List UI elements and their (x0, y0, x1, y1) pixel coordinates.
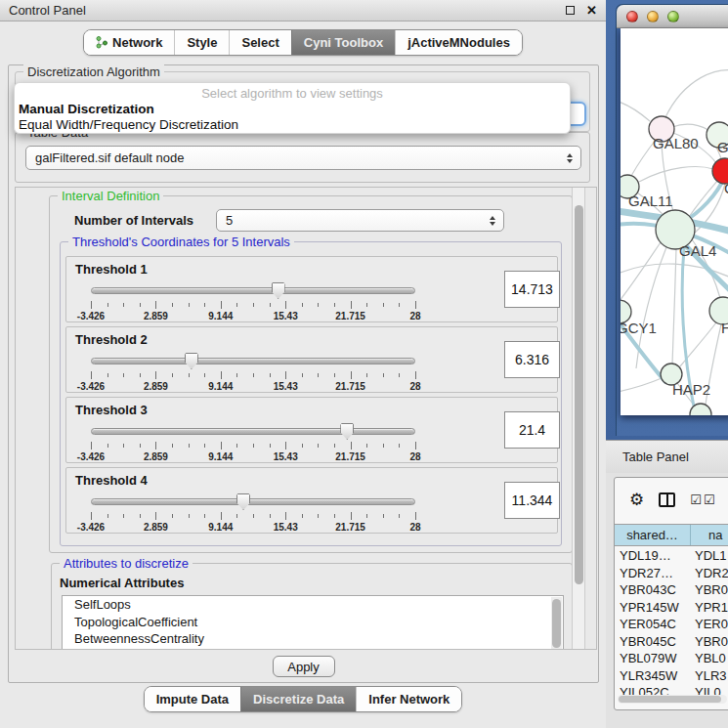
table-row[interactable]: YER054CYER0 (615, 616, 728, 633)
slider-thumb[interactable] (340, 423, 354, 440)
table-data-selected-value: galFiltered.sif default node (35, 150, 562, 165)
float-window-icon[interactable] (566, 6, 575, 15)
scrollbar-thumb[interactable] (552, 599, 561, 648)
attribute-item-selfloops[interactable]: SelfLoops (63, 596, 563, 614)
tick-mark (318, 444, 319, 448)
table-panel-titlebar[interactable]: Table Panel (606, 441, 728, 473)
control-panel-titlebar[interactable]: Control Panel ✕ (0, 0, 606, 21)
tick-label: 28 (409, 451, 420, 462)
checkbox-icon[interactable]: ☑ (704, 493, 715, 506)
number-of-intervals-label: Number of Intervals (74, 213, 193, 228)
close-traffic-light-icon[interactable] (626, 11, 638, 22)
threshold-value-field[interactable]: 11.344 (504, 482, 560, 519)
tick-mark (140, 303, 141, 307)
table-row[interactable]: YBR043CYBR0 (615, 581, 728, 599)
threshold-slider[interactable]: -3.4262.8599.14415.4321.71528 (91, 421, 415, 462)
bottom-tab-impute-data[interactable]: Impute Data (145, 687, 240, 711)
threshold-slider[interactable]: -3.4262.8599.14415.4321.71528 (91, 280, 415, 321)
scrollbar-thumb[interactable] (619, 696, 721, 703)
table-row[interactable]: YPR145WYPR1 (615, 599, 728, 617)
slider-thumb[interactable] (236, 493, 250, 510)
close-icon[interactable]: ✕ (586, 3, 597, 18)
tick-mark (399, 514, 400, 518)
tab-select[interactable]: Select (229, 30, 290, 55)
network-canvas[interactable]: GAL80GCGAL11GAL4GCY1HHAP2 (621, 28, 728, 415)
settings-scrollbar[interactable] (572, 188, 585, 649)
scrollbar-thumb[interactable] (575, 205, 583, 584)
network-window-titlebar[interactable] (617, 5, 728, 28)
bottom-tab-discretize-data[interactable]: Discretize Data (240, 687, 356, 711)
column-header-2[interactable]: na (691, 525, 728, 545)
minimize-traffic-light-icon[interactable] (647, 11, 659, 22)
dropdown-option-equal-width-frequency[interactable]: Equal Width/Frequency Discretization (19, 117, 238, 132)
table-data-group: Table Data galFiltered.sif default node (15, 132, 590, 183)
slider-thumb[interactable] (272, 282, 285, 299)
zoom-traffic-light-icon[interactable] (667, 11, 679, 22)
threshold-slider[interactable]: -3.4262.8599.14415.4321.71528 (91, 351, 415, 392)
table-row[interactable]: YBR045CYBR0 (615, 633, 728, 651)
attribute-items: SelfLoopsTopologicalCoefficientBetweenne… (63, 596, 563, 648)
column-header-1[interactable]: shared… (615, 525, 691, 545)
tick-mark (366, 303, 367, 307)
slider-track[interactable] (91, 498, 415, 505)
network-graph[interactable]: GAL80GCGAL11GAL4GCY1HHAP2 (621, 28, 728, 415)
dropdown-prompt: Select algorithm to view settings (15, 86, 570, 101)
tick-mark (302, 444, 303, 448)
tick-mark (155, 442, 156, 450)
tick-mark (253, 444, 254, 448)
table-row[interactable]: YBL079WYBL0 (615, 650, 728, 667)
dropdown-option-manual-discretization[interactable]: Manual Discretization (19, 102, 154, 116)
tick-mark (123, 514, 124, 518)
threshold-panel-2: Threshold 2-3.4262.8599.14415.4321.71528… (65, 326, 558, 393)
tab-cyni-toolbox[interactable]: Cyni Toolbox (291, 30, 395, 55)
columns-icon[interactable] (659, 492, 675, 507)
tick-mark (221, 442, 222, 450)
tab-label: Infer Network (368, 692, 450, 707)
slider-track[interactable] (91, 287, 415, 294)
table-row[interactable]: YDR27…YDR2 (615, 565, 728, 582)
network-window[interactable]: GAL80GCGAL11GAL4GCY1HHAP2 (616, 4, 728, 436)
tick-mark (285, 512, 286, 520)
stepper-arrows-icon (562, 153, 578, 163)
threshold-value-field[interactable]: 21.4 (504, 411, 560, 449)
tick-mark (155, 301, 156, 309)
tick-mark (91, 512, 92, 520)
numerical-attributes-list[interactable]: SelfLoopsTopologicalCoefficientBetweenne… (62, 595, 564, 650)
tick-mark (236, 303, 237, 307)
table-horizontal-scrollbar[interactable] (618, 695, 727, 704)
tick-label: 28 (409, 381, 420, 392)
attribute-item-topologicalcoefficient[interactable]: TopologicalCoefficient (63, 614, 563, 631)
number-of-intervals-combobox[interactable]: 5 (216, 209, 504, 232)
tab-style[interactable]: Style (174, 30, 229, 55)
tick-label: 21.715 (335, 522, 365, 533)
tick-mark (155, 512, 156, 520)
threshold-slider[interactable]: -3.4262.8599.14415.4321.71528 (91, 492, 415, 533)
apply-button[interactable]: Apply (273, 656, 335, 677)
slider-track[interactable] (91, 428, 415, 435)
tick-label: 15.43 (274, 381, 298, 392)
threshold-value-field[interactable]: 6.316 (504, 341, 560, 378)
tick-mark (318, 514, 319, 518)
checkbox-icon[interactable]: ☑ (690, 493, 702, 506)
slider-thumb[interactable] (185, 353, 198, 369)
slider-track[interactable] (91, 358, 415, 364)
tick-mark (107, 373, 108, 377)
tick-mark (172, 444, 173, 448)
tick-mark (399, 303, 400, 307)
tick-label: -3.426 (77, 311, 105, 321)
tick-mark (172, 514, 173, 518)
tick-mark (123, 303, 124, 307)
tab-jactivemnodules[interactable]: jActiveMNodules (395, 30, 522, 55)
bottom-tab-infer-network[interactable]: Infer Network (356, 687, 461, 711)
table-row[interactable]: YDL19…YDL1 (615, 547, 728, 565)
table-row[interactable]: YLR345WYLR3 (615, 667, 728, 685)
tab-network[interactable]: Network (84, 30, 174, 55)
tick-mark (236, 514, 237, 518)
threshold-value-field[interactable]: 14.713 (504, 271, 560, 308)
attribute-item-betweennesscentrality[interactable]: BetweennessCentrality (63, 630, 563, 648)
network-node-label: GCY1 (621, 320, 657, 336)
slider-ticks (91, 371, 415, 380)
attributes-list-scrollbar[interactable] (551, 597, 562, 650)
table-data-combobox[interactable]: galFiltered.sif default node (25, 146, 581, 170)
gear-icon[interactable]: ⚙ (629, 492, 644, 508)
